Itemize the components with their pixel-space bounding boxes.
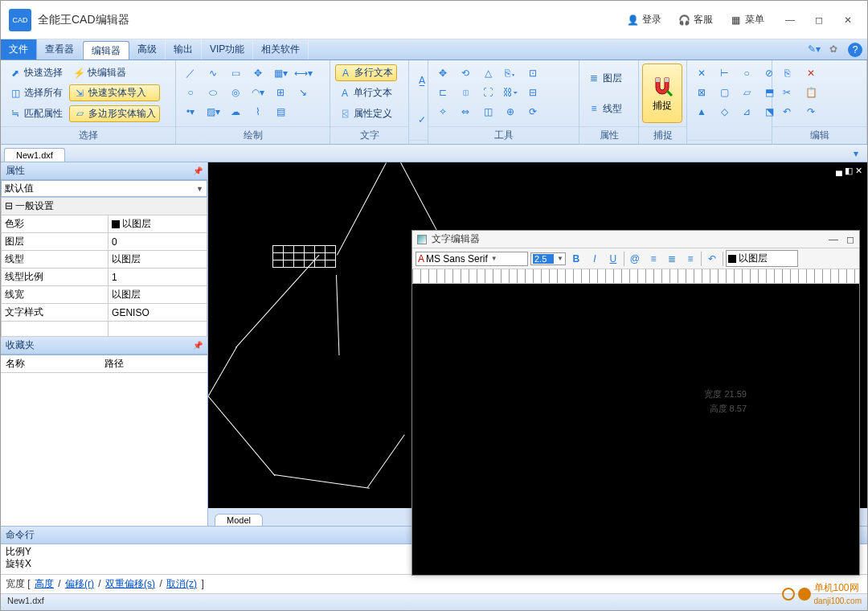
cmd-link[interactable]: 双重偏移(s)	[105, 578, 155, 589]
align-icon[interactable]: ⊏	[435, 84, 451, 100]
group-icon[interactable]: ⊟	[525, 84, 541, 100]
doc-tab[interactable]: New1.dxf	[4, 148, 65, 162]
join-icon[interactable]: ⊕	[502, 104, 518, 120]
layer-color-select[interactable]: 以图层	[726, 250, 798, 267]
quick-editor[interactable]: ⚡快编辑器	[69, 64, 160, 81]
leader-icon[interactable]: ↘	[295, 84, 311, 100]
polygon-input[interactable]: ▱多边形实体输入	[69, 105, 160, 122]
ellipse-icon[interactable]: ⬭	[205, 84, 221, 100]
move-icon[interactable]: ✥	[250, 65, 266, 81]
prop-val[interactable]: 1	[108, 269, 207, 286]
tool-a-icon[interactable]: A̲	[414, 72, 430, 88]
snap-perp-icon[interactable]: ▢	[716, 84, 732, 100]
te-titlebar[interactable]: 文字编辑器 —◻	[412, 231, 859, 248]
tab-vip[interactable]: VIP功能	[202, 39, 253, 59]
tab-related[interactable]: 相关软件	[253, 39, 309, 59]
circle-icon[interactable]: ○	[182, 84, 199, 100]
rotate-icon[interactable]: ⟲	[457, 65, 473, 81]
block-icon[interactable]: ⊡	[525, 65, 541, 81]
minimize-button[interactable]: —	[779, 10, 801, 30]
at-icon[interactable]: @	[627, 251, 643, 267]
arc-icon[interactable]: ◠▾	[250, 84, 266, 100]
size-select[interactable]: ▼	[530, 252, 566, 265]
hatch-icon[interactable]: ▨▾	[205, 104, 221, 120]
snap-node-icon[interactable]: ▲	[694, 104, 710, 120]
menu-button[interactable]: ▦菜单	[721, 10, 772, 30]
snap-ins-icon[interactable]: ◇	[716, 104, 732, 120]
bold-icon[interactable]: B	[568, 251, 584, 267]
tool-spell-icon[interactable]: ✓	[414, 112, 430, 128]
snap-quad-icon[interactable]: ▱	[739, 84, 755, 100]
edit-cut-icon[interactable]: ✂	[779, 84, 795, 100]
maximize-button[interactable]: ◻	[808, 10, 830, 30]
service-button[interactable]: 🎧客服	[669, 10, 721, 30]
model-tab[interactable]: Model	[215, 514, 263, 526]
prop-val[interactable]: 以图层	[108, 286, 207, 304]
prop-val[interactable]: 0	[108, 233, 207, 251]
quick-select[interactable]: ⬈快速选择	[6, 64, 66, 81]
edit-paste-icon[interactable]: 📋	[803, 84, 819, 100]
break-icon[interactable]: ⛓▾	[502, 84, 518, 100]
size-input[interactable]	[533, 254, 554, 264]
snap-end-icon[interactable]: ✕	[694, 65, 710, 81]
pin-icon[interactable]: 📌	[193, 166, 203, 175]
cmd-link[interactable]: 取消(z)	[166, 578, 197, 589]
close-button[interactable]: ✕	[837, 10, 859, 30]
te-ruler[interactable]	[412, 269, 859, 284]
underline-icon[interactable]: U	[605, 251, 621, 267]
insert-icon[interactable]: ⊞	[272, 84, 289, 100]
pan-icon[interactable]: ✥	[435, 65, 451, 81]
pen-icon[interactable]: ✎▾	[808, 43, 821, 55]
gear-icon[interactable]: ✿	[827, 43, 840, 55]
snap-mid-icon[interactable]: ⊢	[716, 65, 732, 81]
polyline-icon[interactable]: ∿	[205, 65, 221, 81]
viewport-controls[interactable]: ▄ ◧ ✕	[836, 166, 862, 176]
spline-icon[interactable]: ⌇	[250, 104, 266, 120]
snap-button[interactable]: 捕捉	[642, 64, 682, 123]
tab-editor[interactable]: 编辑器	[83, 41, 129, 59]
attr-define[interactable]: ⍃属性定义	[335, 105, 397, 122]
ring-icon[interactable]: ◎	[227, 84, 244, 100]
point-icon[interactable]: •▾	[182, 104, 199, 120]
layer-button[interactable]: ≣图层	[584, 70, 625, 87]
rect-icon[interactable]: ▭	[227, 65, 244, 81]
edit-del-icon[interactable]: ✕	[803, 65, 819, 81]
prop-val[interactable]: GENISO	[108, 304, 207, 322]
align-center-icon[interactable]: ≣	[664, 251, 680, 267]
italic-icon[interactable]: I	[587, 251, 603, 267]
tab-advanced[interactable]: 高级	[129, 39, 166, 59]
cmd-prompt[interactable]: 宽度 [ 高度 / 偏移(r) / 双重偏移(s) / 取消(z) ]	[1, 575, 867, 594]
singleline-text[interactable]: A单行文本	[335, 84, 397, 101]
refresh-icon[interactable]: ⟳	[525, 104, 541, 120]
tab-file[interactable]: 文件	[1, 39, 37, 59]
trim-icon[interactable]: △	[480, 65, 496, 81]
tab-viewer[interactable]: 查看器	[37, 39, 83, 59]
linetype-button[interactable]: ≡线型	[584, 100, 625, 117]
select-all[interactable]: ◫选择所有	[6, 84, 66, 101]
copy-icon[interactable]: ⎘▾	[502, 65, 518, 81]
array-icon[interactable]: ▦▾	[272, 65, 289, 81]
quick-import[interactable]: ⇲快速实体导入	[69, 84, 160, 101]
prop-group[interactable]: ⊟ 一般设置	[2, 198, 207, 215]
prop-val[interactable]: 以图层	[108, 215, 207, 233]
scale-icon[interactable]: ⛶	[480, 84, 496, 100]
tab-dropdown-icon[interactable]: ▾	[848, 146, 864, 162]
edit-copy-icon[interactable]: ⎘	[779, 65, 795, 81]
te-max-icon[interactable]: ◻	[846, 234, 854, 245]
match-props[interactable]: ≒匹配属性	[6, 105, 66, 122]
pin-icon[interactable]: 📌	[193, 341, 203, 350]
dim-icon[interactable]: ⟷▾	[295, 65, 311, 81]
mirror-icon[interactable]: ⎅	[457, 84, 473, 100]
snap-cen-icon[interactable]: ○	[739, 65, 755, 81]
edit-redo-icon[interactable]: ↷	[803, 104, 819, 120]
multiline-text[interactable]: A多行文本	[335, 64, 397, 81]
te-min-icon[interactable]: —	[829, 234, 838, 245]
explode-icon[interactable]: ✧	[435, 104, 451, 120]
snap-par-icon[interactable]: ⊿	[739, 104, 755, 120]
cmd-link[interactable]: 高度	[35, 578, 54, 589]
text-editor-window[interactable]: 文字编辑器 —◻ AMS Sans Serif▼ ▼ B I U @ ≡ ≣ ≡…	[411, 230, 860, 576]
cloud-icon[interactable]: ☁	[227, 104, 244, 120]
login-button[interactable]: 👤登录	[618, 10, 669, 30]
snap-int-icon[interactable]: ⊠	[694, 84, 710, 100]
undo-icon[interactable]: ↶	[704, 251, 720, 267]
